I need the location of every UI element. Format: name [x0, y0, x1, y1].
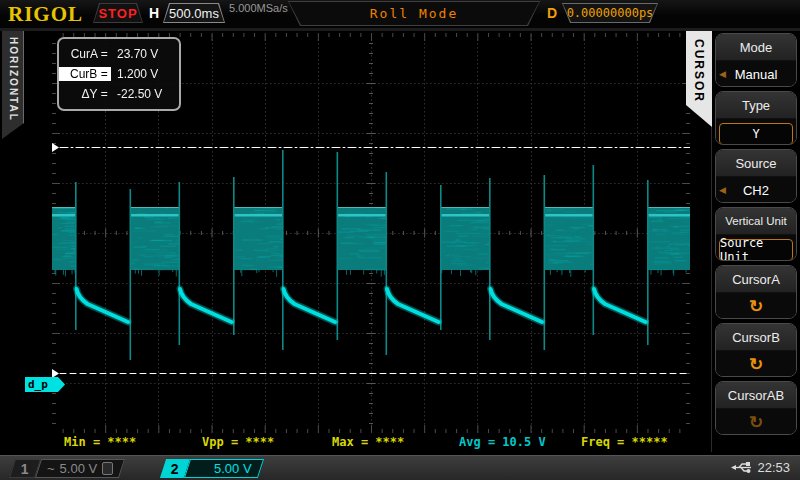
bottom-status-bar: 1 ~ 5.00 V 2 5.00 V — [0, 455, 800, 480]
usb-icon — [730, 461, 752, 474]
cursor-readout-row: CurB = 1.200 V — [59, 67, 179, 81]
oscilloscope-screen: RIGOL STOP H 500.0ms 5.000MSa/s Roll Mod… — [0, 0, 800, 480]
cursor-readout-value: -22.50 V — [117, 87, 162, 101]
channel2-scale: 5.00 V — [214, 461, 252, 476]
cursor-readout-label: ΔY = — [59, 87, 111, 101]
menu-button-source[interactable]: Source ◀CH2 — [715, 149, 797, 203]
cursor-readout-box: CurA = 23.70 V CurB = 1.200 V ΔY = -22.5… — [57, 37, 181, 111]
measurements-row: Min = ****Vpp = ****Max = ****Avg = 10.5… — [0, 435, 710, 453]
timebase-value: 500.0ms — [169, 6, 219, 21]
rotate-knob-icon: ↻ — [749, 298, 763, 315]
menu-button-label: Type — [716, 92, 796, 119]
clock-area: 22:53 — [730, 460, 790, 475]
rigol-logo: RIGOL — [8, 2, 83, 27]
menu-button-cursora[interactable]: CursorA ↻ — [715, 265, 797, 319]
menu-button-value: ◀CH2 — [716, 177, 796, 203]
channel1-status[interactable]: 1 ~ 5.00 V — [9, 459, 125, 478]
top-status-bar: RIGOL STOP H 500.0ms 5.000MSa/s Roll Mod… — [0, 0, 800, 28]
cursor-readout-row: CurA = 23.70 V — [59, 47, 179, 61]
ac-coupling-icon: ~ — [47, 461, 55, 476]
clock-time: 22:53 — [757, 460, 790, 475]
menu-button-value: ↻ — [716, 293, 796, 319]
cursor-readout-value: 1.200 V — [117, 67, 158, 81]
menu-button-label: Source — [716, 150, 796, 177]
menu-button-value: ↻ — [716, 351, 796, 377]
run-state-label: STOP — [98, 6, 137, 21]
cursor-readout-row: ΔY = -22.50 V — [59, 87, 179, 101]
horizontal-tab[interactable]: HORIZONTAL — [2, 31, 24, 139]
measurement-item: Vpp = **** — [202, 435, 274, 449]
rotate-knob-icon: ↻ — [749, 414, 763, 431]
probe-icon — [102, 462, 113, 475]
cursor-menu-tab-label: CURSOR — [692, 39, 706, 103]
menu-button-label: CursorA — [716, 266, 796, 293]
menu-button-label: CursorAB — [716, 382, 796, 409]
measurement-item: Min = **** — [64, 435, 136, 449]
delay-readout[interactable]: 0.00000000ps — [562, 3, 658, 23]
softkey-menu-panel: Mode ◀Manual Type Y Source ◀CH2 Vertical… — [711, 31, 800, 452]
channel2-status[interactable]: 2 5.00 V — [160, 459, 264, 478]
cursor-readout-value: 23.70 V — [117, 47, 158, 61]
menu-button-mode[interactable]: Mode ◀Manual — [715, 33, 797, 87]
menu-button-value: Source Unit — [716, 235, 796, 261]
delay-d-label: D — [547, 5, 557, 21]
sample-rate-label: 5.000MSa/s — [229, 2, 288, 14]
menu-button-label: CursorB — [716, 324, 796, 351]
cursor-readout-label: CurB = — [59, 67, 111, 81]
channel1-scale-box: ~ 5.00 V — [35, 459, 125, 478]
horizontal-tab-label: HORIZONTAL — [8, 37, 19, 122]
channel1-number: 1 — [21, 461, 29, 477]
left-arrow-icon: ◀ — [719, 69, 726, 79]
channel1-scale: 5.00 V — [60, 461, 98, 476]
rotate-knob-icon: ↻ — [749, 356, 763, 373]
menu-button-vertical-unit[interactable]: Vertical Unit Source Unit — [715, 207, 797, 261]
menu-button-value: Y — [716, 119, 796, 145]
measurement-item: Max = **** — [332, 435, 404, 449]
measurement-item: Freq = ***** — [581, 435, 668, 449]
run-state-badge[interactable]: STOP — [93, 3, 143, 23]
channel2-scale-box: 5.00 V — [184, 459, 264, 478]
menu-button-type[interactable]: Type Y — [715, 91, 797, 145]
channel2-number: 2 — [171, 461, 179, 477]
menu-button-label: Mode — [716, 34, 796, 61]
menu-button-cursorb[interactable]: CursorB ↻ — [715, 323, 797, 377]
menu-button-value: ↻ — [716, 409, 796, 435]
channel-label-tag[interactable]: d_p — [25, 377, 65, 392]
delay-value: 0.00000000ps — [567, 6, 654, 20]
horizontal-h-label: H — [149, 5, 159, 21]
menu-button-cursorab[interactable]: CursorAB ↻ — [715, 381, 797, 435]
acquisition-mode-label: Roll Mode — [370, 6, 458, 21]
menu-button-value: ◀Manual — [716, 61, 796, 87]
measurement-item: Avg = 10.5 V — [459, 435, 546, 449]
timebase-readout[interactable]: 500.0ms — [163, 3, 225, 23]
left-arrow-icon: ◀ — [719, 185, 726, 195]
acquisition-mode-banner: Roll Mode — [288, 1, 540, 26]
cursor-readout-label: CurA = — [59, 47, 111, 61]
menu-button-label: Vertical Unit — [716, 208, 796, 235]
